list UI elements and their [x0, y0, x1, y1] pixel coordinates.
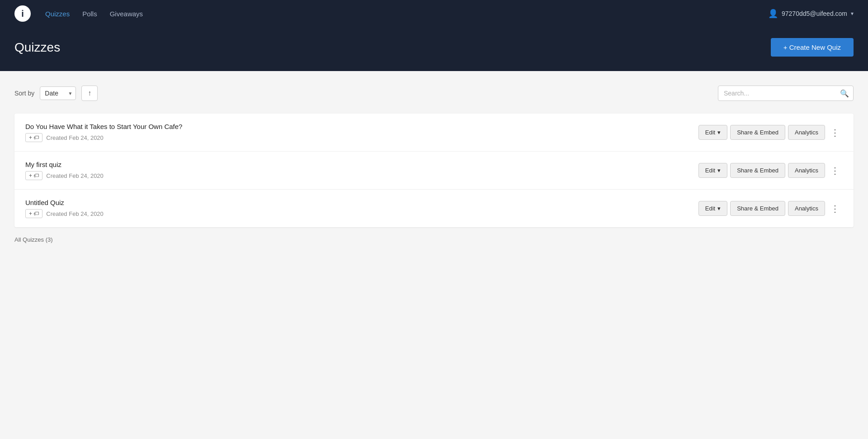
quiz-actions-1: Edit ▾ Share & Embed Analytics ⋮	[698, 125, 843, 140]
more-button-3[interactable]: ⋮	[828, 202, 843, 215]
edit-label-2: Edit	[705, 167, 715, 174]
edit-chevron-icon-3: ▾	[717, 205, 721, 212]
quiz-item-3: Untitled Quiz + 🏷 Created Feb 24, 2020 E…	[14, 190, 854, 227]
share-button-3[interactable]: Share & Embed	[730, 201, 785, 216]
toolbar: Sort by Date Name ↑ 🔍	[14, 86, 854, 101]
logo[interactable]: i	[14, 5, 31, 22]
analytics-button-1[interactable]: Analytics	[788, 125, 825, 140]
quiz-item-2: My first quiz + 🏷 Created Feb 24, 2020 E…	[14, 152, 854, 190]
quiz-item-1: Do You Have What it Takes to Start Your …	[14, 114, 854, 152]
search-icon: 🔍	[840, 89, 849, 98]
quiz-date-2: Created Feb 24, 2020	[46, 172, 103, 179]
quiz-list: Do You Have What it Takes to Start Your …	[14, 114, 854, 227]
header: i Quizzes Polls Giveaways 👤 97270dd5@uif…	[0, 0, 868, 27]
edit-button-1[interactable]: Edit ▾	[698, 125, 727, 140]
page-title: Quizzes	[14, 40, 60, 55]
search-wrapper: 🔍	[718, 86, 854, 101]
more-button-1[interactable]: ⋮	[828, 126, 843, 139]
quiz-meta-1: + 🏷 Created Feb 24, 2020	[25, 133, 182, 142]
share-button-1[interactable]: Share & Embed	[730, 125, 785, 140]
quiz-actions-3: Edit ▾ Share & Embed Analytics ⋮	[698, 201, 843, 216]
quiz-info-1: Do You Have What it Takes to Start Your …	[25, 123, 182, 142]
quiz-meta-3: + 🏷 Created Feb 24, 2020	[25, 209, 104, 218]
tag-button-2[interactable]: + 🏷	[25, 171, 42, 180]
sort-select-wrapper: Date Name	[40, 86, 76, 100]
nav-giveaways[interactable]: Giveaways	[110, 10, 143, 18]
quiz-meta-2: + 🏷 Created Feb 24, 2020	[25, 171, 104, 180]
header-left: i Quizzes Polls Giveaways	[14, 5, 143, 22]
more-button-2[interactable]: ⋮	[828, 164, 843, 177]
nav-polls[interactable]: Polls	[82, 10, 97, 18]
chevron-down-icon: ▾	[851, 10, 854, 17]
edit-chevron-icon-1: ▾	[717, 129, 721, 136]
nav-quizzes[interactable]: Quizzes	[45, 10, 70, 18]
edit-chevron-icon-2: ▾	[717, 167, 721, 174]
main-content: Sort by Date Name ↑ 🔍 Do You Have What i…	[0, 71, 868, 438]
edit-label-3: Edit	[705, 205, 715, 212]
user-icon: 👤	[768, 9, 778, 19]
quiz-info-2: My first quiz + 🏷 Created Feb 24, 2020	[25, 161, 104, 180]
tag-button-3[interactable]: + 🏷	[25, 209, 42, 218]
page-header: Quizzes + Create New Quiz	[0, 27, 868, 71]
quiz-count: All Quizzes (3)	[14, 236, 854, 243]
nav-links: Quizzes Polls Giveaways	[45, 10, 143, 18]
quiz-title-3: Untitled Quiz	[25, 199, 104, 206]
analytics-button-2[interactable]: Analytics	[788, 163, 825, 178]
edit-button-2[interactable]: Edit ▾	[698, 163, 727, 178]
quiz-info-3: Untitled Quiz + 🏷 Created Feb 24, 2020	[25, 199, 104, 218]
sort-asc-icon: ↑	[88, 89, 91, 97]
tag-button-1[interactable]: + 🏷	[25, 133, 42, 142]
user-menu[interactable]: 👤 97270dd5@uifeed.com ▾	[768, 9, 854, 19]
quiz-title-1: Do You Have What it Takes to Start Your …	[25, 123, 182, 130]
search-input[interactable]	[718, 86, 854, 101]
edit-label-1: Edit	[705, 129, 715, 136]
quiz-date-3: Created Feb 24, 2020	[46, 210, 103, 217]
sort-select[interactable]: Date Name	[40, 86, 76, 100]
analytics-button-3[interactable]: Analytics	[788, 201, 825, 216]
create-quiz-button[interactable]: + Create New Quiz	[771, 38, 854, 57]
sort-row: Sort by Date Name ↑	[14, 86, 98, 101]
sort-label: Sort by	[14, 90, 34, 97]
sort-asc-button[interactable]: ↑	[81, 86, 98, 101]
edit-button-3[interactable]: Edit ▾	[698, 201, 727, 216]
quiz-date-1: Created Feb 24, 2020	[46, 134, 103, 141]
share-button-2[interactable]: Share & Embed	[730, 163, 785, 178]
user-email: 97270dd5@uifeed.com	[782, 10, 847, 17]
quiz-title-2: My first quiz	[25, 161, 104, 168]
quiz-actions-2: Edit ▾ Share & Embed Analytics ⋮	[698, 163, 843, 178]
